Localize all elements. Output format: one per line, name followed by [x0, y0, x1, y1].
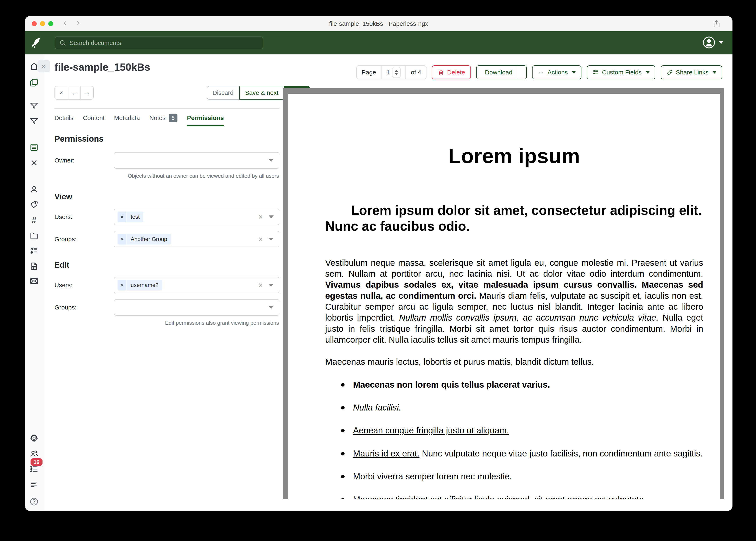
- page-number-input[interactable]: 1: [381, 66, 406, 79]
- owner-select[interactable]: [114, 152, 279, 169]
- selected-group-chip: × Another Group: [118, 234, 171, 245]
- search-icon: [59, 39, 66, 46]
- doc-bullet-item: Mauris id ex erat. Nunc vulputate neque …: [353, 448, 703, 459]
- content-area: # 16 » file-sample_150kBs Page 1: [25, 55, 732, 511]
- edit-groups-label: Groups:: [54, 304, 114, 311]
- doc-paragraph-2: Maecenas mauris lectus, lobortis et puru…: [325, 356, 703, 367]
- owner-label: Owner:: [54, 157, 114, 164]
- actions-button[interactable]: Actions: [532, 65, 581, 79]
- sidebar-item-workflows[interactable]: [30, 262, 39, 271]
- page-title: file-sample_150kBs: [54, 61, 150, 73]
- trash-icon: [438, 69, 444, 76]
- page-stepper[interactable]: [392, 67, 400, 78]
- edit-users-select[interactable]: × username2 ×: [114, 277, 279, 293]
- edit-heading: Edit: [54, 261, 279, 270]
- sidebar-item-storage-paths[interactable]: #: [30, 216, 39, 225]
- delete-button[interactable]: Delete: [432, 65, 471, 79]
- share-icon[interactable]: [712, 19, 721, 28]
- discard-button[interactable]: Discard: [207, 86, 239, 100]
- view-heading: View: [54, 192, 279, 201]
- sidebar-item-mail[interactable]: [30, 276, 39, 285]
- document-tabs: Details Content Metadata Notes 5 Permiss…: [54, 114, 224, 126]
- share-links-button[interactable]: Share Links: [661, 65, 722, 79]
- selected-user-chip: × test: [118, 212, 143, 222]
- sidebar-item-saved-view-filter-2[interactable]: [30, 117, 39, 126]
- page-navigator: Page 1 of 4: [356, 65, 427, 79]
- sidebar: # 16: [25, 55, 43, 511]
- search-input[interactable]: Search documents: [55, 37, 263, 49]
- permissions-heading: Permissions: [54, 134, 279, 144]
- tab-metadata[interactable]: Metadata: [114, 114, 140, 125]
- paperless-logo-icon[interactable]: [30, 36, 43, 50]
- sidebar-item-logs[interactable]: [30, 480, 39, 489]
- clear-selection-icon[interactable]: ×: [258, 235, 263, 244]
- tab-content[interactable]: Content: [83, 114, 105, 125]
- remove-chip-icon[interactable]: ×: [118, 280, 127, 290]
- pdf-page: Lorem ipsum Lorem ipsum dolor sit amet, …: [288, 94, 720, 499]
- doc-heading-2: Lorem ipsum dolor sit amet, consectetur …: [325, 203, 703, 234]
- sidebar-item-saved-view-filter[interactable]: [30, 101, 39, 110]
- view-groups-label: Groups:: [54, 236, 114, 243]
- sidebar-item-custom-fields[interactable]: [30, 247, 39, 256]
- edit-groups-select[interactable]: [114, 299, 279, 316]
- window-title: file-sample_150kBs - Paperless-ngx: [25, 20, 732, 27]
- chevron-down-icon: [269, 159, 274, 162]
- clear-selection-icon[interactable]: ×: [258, 213, 263, 222]
- save-and-next-button[interactable]: Save & next: [239, 86, 284, 100]
- clear-selection-icon[interactable]: ×: [258, 281, 263, 290]
- chevron-down-icon: [572, 71, 576, 74]
- view-groups-select[interactable]: × Another Group ×: [114, 231, 279, 248]
- permissions-form: Permissions Owner: Objects without an ow…: [54, 134, 279, 334]
- doc-bullet-item: Maecenas non lorem quis tellus placerat …: [353, 379, 703, 390]
- download-button[interactable]: Download: [477, 66, 518, 79]
- download-split-button: Download: [476, 65, 527, 79]
- doc-text-span: Maecenas tincidunt est efficitur ligula …: [353, 495, 646, 499]
- sidebar-item-tasks[interactable]: [30, 464, 39, 474]
- doc-paragraph-1: Vestibulum neque massa, scelerisque sit …: [325, 257, 703, 345]
- custom-fields-button[interactable]: Custom Fields: [587, 65, 655, 79]
- close-editor-button[interactable]: ×: [55, 86, 68, 99]
- doc-heading-1: Lorem ipsum: [325, 144, 703, 168]
- doc-text-span: Morbi viverra semper lorem nec molestie.: [353, 471, 512, 481]
- sidebar-expand-button[interactable]: »: [38, 60, 50, 72]
- tab-notes[interactable]: Notes 5: [149, 114, 177, 126]
- doc-text-span: Nunc vulputate neque vitae justo facilis…: [419, 449, 703, 458]
- edit-help-text: Edit permissions also grant viewing perm…: [54, 320, 279, 326]
- doc-bullet-item: Aenean congue fringilla justo ut aliquam…: [353, 425, 703, 436]
- sidebar-item-help[interactable]: [30, 497, 39, 506]
- chevron-down-icon: [269, 216, 274, 218]
- main-panel: file-sample_150kBs Page 1 of 4 Delete: [44, 55, 732, 511]
- sidebar-item-users-groups[interactable]: [30, 449, 39, 458]
- doc-text-span: Vestibulum neque massa, scelerisque sit …: [325, 258, 703, 278]
- notes-count-badge: 5: [169, 114, 177, 122]
- close-document-icon[interactable]: [30, 158, 39, 167]
- next-document-button[interactable]: →: [80, 86, 93, 99]
- document-preview-pane[interactable]: Lorem ipsum Lorem ipsum dolor sit amet, …: [283, 88, 724, 499]
- remove-chip-icon[interactable]: ×: [118, 234, 127, 245]
- doc-bullet-item: Morbi viverra semper lorem nec molestie.: [353, 471, 703, 482]
- app-navbar: Search documents: [25, 31, 732, 54]
- sidebar-item-open-document[interactable]: [30, 143, 39, 152]
- user-menu[interactable]: [702, 36, 723, 49]
- sidebar-item-correspondents[interactable]: [30, 185, 39, 194]
- app-window: file-sample_150kBs - Paperless-ngx Searc…: [25, 16, 732, 511]
- tab-details[interactable]: Details: [54, 114, 73, 125]
- tab-permissions[interactable]: Permissions: [187, 114, 224, 125]
- sidebar-item-dashboard[interactable]: [30, 62, 39, 71]
- view-users-select[interactable]: × test ×: [114, 209, 279, 225]
- sidebar-item-document-types[interactable]: [30, 231, 39, 240]
- chevron-down-icon: [269, 238, 274, 241]
- download-options-button[interactable]: [518, 66, 526, 79]
- selected-user-chip: × username2: [118, 280, 162, 290]
- doc-bullet-item: Nulla facilisi.: [353, 402, 703, 413]
- pdf-page-overflow: [288, 499, 720, 511]
- sidebar-item-settings[interactable]: [30, 434, 39, 443]
- tasks-count-badge: 16: [31, 458, 43, 466]
- sidebar-item-tags[interactable]: [30, 200, 39, 209]
- page-label: Page: [357, 66, 381, 79]
- remove-chip-icon[interactable]: ×: [118, 212, 127, 222]
- sidebar-item-documents[interactable]: [30, 78, 39, 87]
- doc-bullet-item: Maecenas tincidunt est efficitur ligula …: [353, 494, 703, 499]
- previous-document-button[interactable]: ←: [68, 86, 80, 99]
- custom-fields-icon: [593, 69, 599, 76]
